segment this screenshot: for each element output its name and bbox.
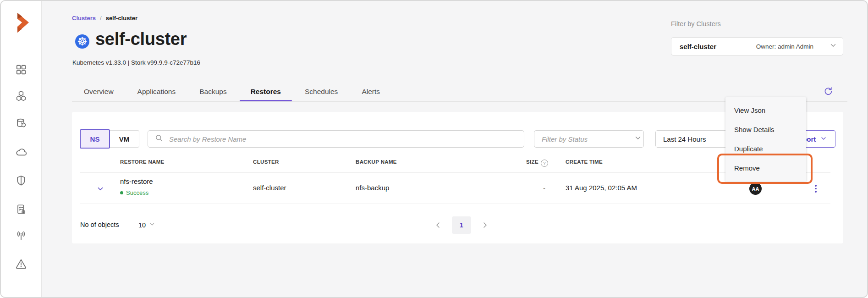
col-header-cluster: CLUSTER <box>253 159 279 165</box>
backup-rules-icon[interactable] <box>15 204 27 215</box>
row-actions-menu: View Json Show Details Duplicate Remove <box>725 97 806 182</box>
menu-item-duplicate[interactable]: Duplicate <box>725 139 806 159</box>
col-header-create-time: CREATE TIME <box>566 159 603 165</box>
next-page-chevron-icon[interactable] <box>481 221 489 229</box>
menu-item-view-json[interactable]: View Json <box>725 101 806 120</box>
size-help-icon[interactable]: ? <box>541 160 548 167</box>
app-window: Clusters / self-cluster ☸ self-cluster K… <box>0 0 868 298</box>
refresh-icon[interactable] <box>823 86 833 96</box>
row-expander-chevron-icon[interactable] <box>96 185 104 193</box>
status-badge: Success <box>126 189 148 196</box>
shield-icon[interactable] <box>15 175 27 187</box>
tab-backups[interactable]: Backups <box>187 82 238 101</box>
chevron-down-icon <box>820 135 827 143</box>
row-status: Success <box>120 189 148 196</box>
portworx-logo-icon <box>12 12 33 35</box>
cluster-filter-owner: Owner: admin Admin <box>756 43 813 50</box>
col-header-size: SIZE? <box>526 159 548 167</box>
clusters-cubes-icon[interactable] <box>15 90 27 102</box>
cluster-filter-selected: self-cluster <box>680 43 716 50</box>
table-header-divider <box>80 172 830 173</box>
search-input[interactable] <box>168 135 524 143</box>
page-size-value: 10 <box>138 221 146 229</box>
row-size: - <box>543 184 545 192</box>
table-row-divider <box>80 204 830 204</box>
time-range-value: Last 24 Hours <box>663 135 706 143</box>
tab-bar: Overview Applications Backups Restores S… <box>72 82 392 101</box>
filter-by-clusters-label: Filter by Clusters <box>671 20 721 28</box>
row-cluster: self-cluster <box>253 184 286 192</box>
chevron-down-icon <box>829 41 837 51</box>
restore-search-box <box>148 130 524 148</box>
status-dot-icon <box>120 191 123 194</box>
cloud-icon[interactable] <box>15 146 27 158</box>
scope-toggle-vm[interactable]: VM <box>110 130 139 148</box>
breadcrumb-clusters-link[interactable]: Clusters <box>72 15 96 22</box>
row-restore-name[interactable]: nfs-restore <box>120 177 153 185</box>
col-header-backup-name: BACKUP NAME <box>356 159 397 165</box>
breadcrumb: Clusters / self-cluster <box>72 15 137 22</box>
menu-item-show-details[interactable]: Show Details <box>725 120 806 139</box>
chevron-down-icon <box>149 221 155 229</box>
avatar: AA <box>749 182 762 195</box>
objects-count-label: No of objects <box>80 221 119 228</box>
sidebar <box>1 1 42 297</box>
page-size-dropdown[interactable]: 10 <box>138 221 155 229</box>
page-number-button[interactable]: 1 <box>452 216 471 234</box>
chevron-down-icon <box>634 134 642 144</box>
search-icon <box>154 133 164 144</box>
prev-page-chevron-icon[interactable] <box>434 221 442 229</box>
dashboard-grid-icon[interactable] <box>15 64 27 76</box>
cluster-version-subtitle: Kubernetes v1.33.0 | Stork v99.9.9-c72e7… <box>72 59 200 66</box>
tab-alerts[interactable]: Alerts <box>350 82 392 101</box>
backup-restore-icon[interactable] <box>15 117 27 129</box>
tab-restores[interactable]: Restores <box>239 82 293 101</box>
activity-stream-icon[interactable] <box>15 230 27 242</box>
cluster-filter-dropdown[interactable]: self-cluster Owner: admin Admin <box>671 37 843 55</box>
scope-toggle-ns[interactable]: NS <box>80 129 110 149</box>
tab-applications[interactable]: Applications <box>126 82 188 101</box>
row-actions-kebab-icon[interactable] <box>814 184 818 193</box>
menu-item-remove[interactable]: Remove <box>725 159 806 178</box>
col-header-restore-name: RESTORE NAME <box>120 159 165 165</box>
tab-schedules[interactable]: Schedules <box>293 82 350 101</box>
row-create-time: 31 Aug 2025, 02:05 AM <box>566 184 637 192</box>
status-filter-dropdown[interactable] <box>534 130 644 148</box>
breadcrumb-current: self-cluster <box>106 15 137 22</box>
col-header-size-label: SIZE <box>526 159 538 165</box>
status-filter-input[interactable] <box>541 135 634 143</box>
row-backup-name: nfs-backup <box>356 184 389 192</box>
kubernetes-icon: ☸ <box>75 34 89 49</box>
alerts-icon[interactable] <box>15 258 27 270</box>
tab-overview[interactable]: Overview <box>72 82 126 101</box>
page-title: self-cluster <box>95 29 187 49</box>
breadcrumb-separator: / <box>100 15 102 22</box>
